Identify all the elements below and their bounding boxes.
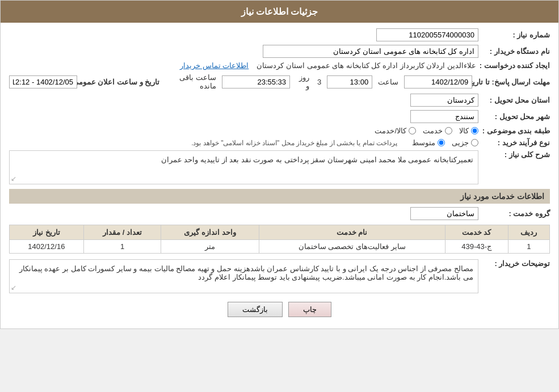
- purchase-motavasset-label: متوسط: [412, 138, 435, 147]
- category-khedmat-label: خدمت: [423, 127, 443, 135]
- col-service-code: کد خدمت: [445, 225, 508, 240]
- remaining-time-input[interactable]: [222, 75, 290, 88]
- purchase-jozvi-label: جزیی: [452, 138, 469, 147]
- purchase-motavasset-item: متوسط: [412, 138, 445, 147]
- category-khedmat-item: خدمت: [423, 127, 452, 135]
- days-value-label: 3: [317, 78, 321, 86]
- cell-service-code: ج-43-439: [445, 240, 508, 254]
- col-unit: واحد اندازه گیری: [161, 225, 259, 240]
- buyer-notes-row: توضیحات خریدار : مصالح مصرفی از اجناس در…: [9, 259, 550, 293]
- description-box: تعمیرکتابخانه عمومی ملا محمد امینی شهرست…: [9, 150, 478, 184]
- creator-label: ایجاد کننده درخواست :: [480, 61, 550, 70]
- announcement-label: تاریخ و ساعت اعلان عمومی :: [81, 78, 159, 86]
- category-row: طبقه بندی موضوعی : کالا خدمت کالا/خدمت: [9, 127, 550, 135]
- col-date: تاریخ نیاز: [10, 225, 84, 240]
- purchase-type-label: نوع فرآیند خرید :: [482, 138, 550, 147]
- time-label: ساعت: [378, 78, 398, 86]
- services-section-label: اطلاعات خدمات مورد نیاز: [460, 192, 544, 201]
- city-label: شهر محل تحویل :: [482, 112, 550, 121]
- province-row: استان محل تحویل :: [9, 94, 550, 107]
- city-row: شهر محل تحویل :: [9, 110, 550, 123]
- category-radio-group: کالا خدمت کالا/خدمت: [375, 127, 478, 135]
- cell-date: 1402/12/16: [10, 240, 84, 254]
- cell-row-num: 1: [508, 240, 549, 254]
- col-quantity: تعداد / مقدار: [83, 225, 161, 240]
- request-number-input[interactable]: [376, 28, 478, 41]
- buyer-org-label: نام دستگاه خریدار :: [482, 47, 550, 56]
- deadline-label: مهلت ارسال پاسخ: تا تاریخ :: [476, 78, 550, 86]
- buyer-notes-value: مصالح مصرفی از اجناس درجه یک ایرانی و با…: [19, 264, 473, 281]
- page-header: جزئیات اطلاعات نیاز: [1, 1, 558, 23]
- remaining-label: ساعت باقی مانده: [169, 73, 216, 90]
- buyer-notes-label: توضیحات خریدار :: [482, 259, 550, 268]
- page-title: جزئیات اطلاعات نیاز: [241, 7, 318, 16]
- service-group-row: گروه خدمت :: [9, 207, 550, 220]
- category-label: طبقه بندی موضوعی :: [482, 127, 550, 135]
- category-kala-radio[interactable]: [471, 127, 478, 134]
- description-value: تعمیرکتابخانه عمومی ملا محمد امینی شهرست…: [161, 155, 473, 164]
- category-kala-label: کالا: [459, 127, 469, 135]
- service-group-input[interactable]: [410, 207, 478, 220]
- buyer-org-row: نام دستگاه خریدار :: [9, 45, 550, 58]
- service-group-label: گروه خدمت :: [482, 209, 550, 218]
- cell-service-name: سایر فعالیت‌های تخصصی ساختمان: [259, 240, 445, 254]
- back-button[interactable]: بازگشت: [228, 302, 283, 317]
- category-kala-khedmat-label: کالا/خدمت: [375, 127, 406, 135]
- col-service-name: نام خدمت: [259, 225, 445, 240]
- action-buttons: چاپ بازگشت: [9, 302, 550, 317]
- cell-unit: متر: [161, 240, 259, 254]
- purchase-notice: پرداخت تمام یا بخشی از مبلغ خریداز محل "…: [191, 139, 397, 147]
- city-input[interactable]: [410, 110, 478, 123]
- time-input[interactable]: [327, 75, 372, 88]
- purchase-jozvi-item: جزیی: [452, 138, 478, 147]
- purchase-jozvi-radio[interactable]: [471, 139, 478, 146]
- purchase-motavasset-radio[interactable]: [438, 139, 445, 146]
- creator-value: علاءالدین اردلان کاربرداز اداره کل کتابخ…: [257, 61, 476, 70]
- buyer-notes-box: مصالح مصرفی از اجناس درجه یک ایرانی و با…: [9, 259, 478, 293]
- province-label: استان محل تحویل :: [482, 96, 550, 104]
- description-row: شرح کلی نیاز : تعمیرکتابخانه عمومی ملا م…: [9, 150, 550, 184]
- request-number-label: شماره نیاز :: [482, 31, 550, 39]
- days-label: روز و: [296, 73, 309, 90]
- category-kala-item: کالا: [459, 127, 478, 135]
- col-row-num: ردیف: [508, 225, 549, 240]
- buyer-org-input[interactable]: [263, 45, 478, 58]
- purchase-type-row: نوع فرآیند خرید : جزیی متوسط پرداخت تمام…: [9, 138, 550, 147]
- province-input[interactable]: [410, 94, 478, 107]
- purchase-type-radio-group: جزیی متوسط: [412, 138, 478, 147]
- announcement-input[interactable]: [9, 75, 77, 88]
- table-row: 1 ج-43-439 سایر فعالیت‌های تخصصی ساختمان…: [10, 240, 550, 254]
- table-header-row: ردیف کد خدمت نام خدمت واحد اندازه گیری ت…: [10, 225, 550, 240]
- date-input[interactable]: [404, 75, 472, 88]
- category-kala-khedmat-radio[interactable]: [409, 127, 416, 134]
- announcement-row: مهلت ارسال پاسخ: تا تاریخ : ساعت 3 روز و…: [9, 73, 550, 90]
- description-label: شرح کلی نیاز :: [482, 150, 550, 159]
- print-button[interactable]: چاپ: [288, 302, 331, 317]
- creator-row: ایجاد کننده درخواست : علاءالدین اردلان ک…: [9, 61, 550, 70]
- cell-quantity: 1: [83, 240, 161, 254]
- category-khedmat-radio[interactable]: [445, 127, 452, 134]
- category-kala-khedmat-item: کالا/خدمت: [375, 127, 416, 135]
- contact-link[interactable]: اطلاعات تماس خریدار: [180, 61, 249, 70]
- services-section-header: اطلاعات خدمات مورد نیاز: [9, 189, 550, 204]
- request-number-row: شماره نیاز :: [9, 28, 550, 41]
- services-table: ردیف کد خدمت نام خدمت واحد اندازه گیری ت…: [9, 225, 550, 254]
